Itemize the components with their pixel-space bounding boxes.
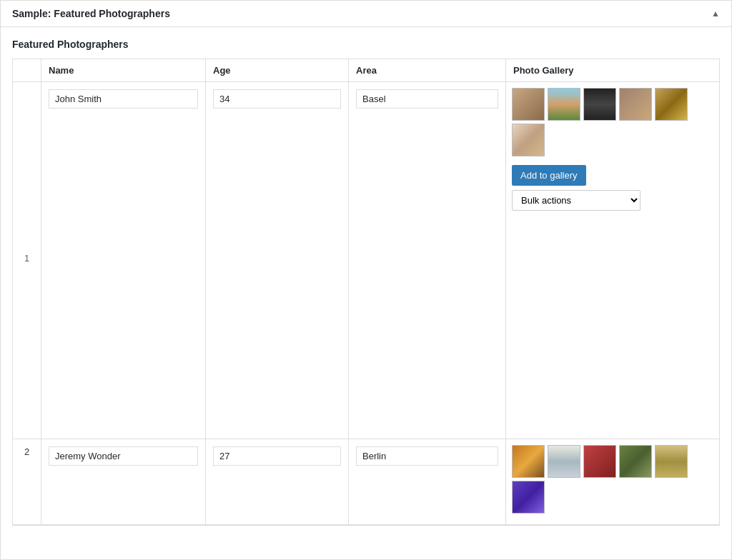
name-input-1[interactable] [49,89,198,109]
col-header-name: Name [41,59,206,81]
gallery-actions-1: Add to gallery Bulk actions Delete selec… [512,165,713,211]
area-input-2[interactable] [356,446,498,466]
col-header-gallery: Photo Gallery [506,59,719,81]
row-number-1: 1 [13,82,41,439]
age-cell-2 [206,439,349,524]
add-to-gallery-button-1[interactable]: Add to gallery [512,165,586,186]
age-cell-1 [206,82,349,439]
gallery-cell-2 [506,439,719,524]
gallery-thumb-2-3[interactable] [583,445,616,478]
page-content: Featured Photographers Name Age Area Pho… [1,27,731,537]
photographers-table: Name Age Area Photo Gallery 1 [12,59,720,526]
table-row: 1 [13,82,719,439]
col-header-area: Area [349,59,506,81]
area-cell-2 [349,439,506,524]
gallery-images-1 [512,88,713,156]
bulk-actions-select-1[interactable]: Bulk actions Delete selected Set as feat… [512,190,640,211]
gallery-thumb-1-4[interactable] [619,88,652,121]
gallery-cell-1: Add to gallery Bulk actions Delete selec… [506,82,719,439]
age-input-1[interactable] [213,89,341,109]
name-input-2[interactable] [49,446,198,466]
age-input-2[interactable] [213,446,341,466]
col-header-age: Age [206,59,349,81]
row-number-2: 2 [13,439,41,524]
name-cell-1 [41,82,206,439]
gallery-images-2 [512,445,713,514]
page-header: Sample: Featured Photographers ▲ [1,1,731,27]
section-title: Featured Photographers [12,39,720,50]
gallery-thumb-1-5[interactable] [655,88,688,121]
table-row-2: 2 [13,439,719,525]
gallery-thumb-1-2[interactable] [548,88,580,121]
gallery-thumb-2-1[interactable] [512,445,545,478]
gallery-thumb-2-2[interactable] [548,445,580,478]
col-header-num [13,59,41,81]
gallery-thumb-1-3[interactable] [583,88,616,121]
gallery-thumb-1-1[interactable] [512,88,545,121]
gallery-thumb-2-4[interactable] [619,445,652,478]
page-title: Sample: Featured Photographers [12,8,170,19]
area-input-1[interactable] [356,89,498,109]
gallery-thumb-2-5[interactable] [655,445,688,478]
name-cell-2 [41,439,206,524]
gallery-thumb-2-6[interactable] [512,481,545,514]
table-header: Name Age Area Photo Gallery [13,59,719,82]
area-cell-1 [349,82,506,439]
page-wrapper: Sample: Featured Photographers ▲ Feature… [0,0,732,560]
gallery-thumb-1-6[interactable] [512,124,545,156]
collapse-icon[interactable]: ▲ [711,9,720,19]
